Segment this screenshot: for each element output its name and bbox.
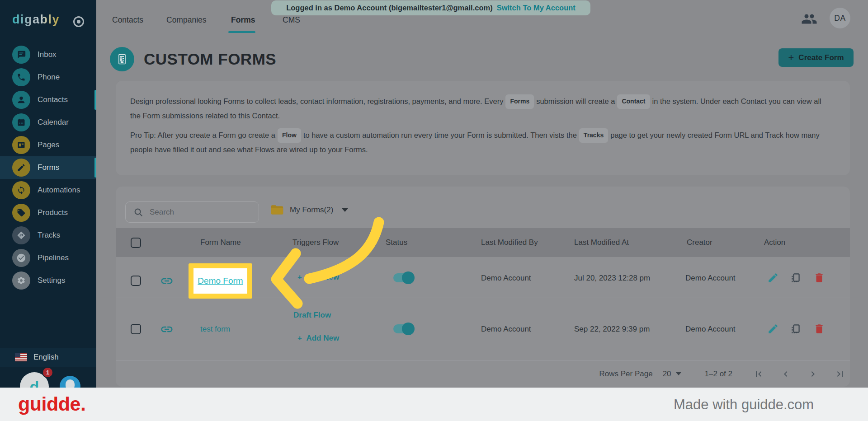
sidebar-item-label: Pages (38, 140, 59, 150)
select-all-checkbox[interactable] (131, 238, 141, 248)
edit-icon[interactable] (767, 323, 779, 335)
plus-icon: + (788, 53, 794, 63)
pencil-icon (12, 159, 30, 177)
previous-page-icon[interactable] (780, 369, 791, 379)
tab-cms[interactable]: CMS (283, 15, 300, 25)
table-header: Form Name Triggers Flow Status Last Modi… (116, 228, 850, 257)
sidebar-item-pages[interactable]: Pages (0, 134, 96, 156)
delete-icon[interactable] (813, 323, 825, 335)
tab-forms[interactable]: Forms (231, 15, 255, 25)
plus-icon: + (297, 273, 306, 281)
flow-chip: Flow (278, 128, 301, 143)
sidebar-item-settings[interactable]: Settings (0, 269, 96, 292)
app-logo: digably (12, 13, 60, 27)
active-tab-underline (228, 31, 255, 33)
chevron-down-icon (342, 208, 348, 212)
sidebar-item-label: Automations (38, 186, 80, 195)
first-page-icon[interactable] (753, 369, 764, 379)
tab-contacts[interactable]: Contacts (112, 15, 143, 25)
banner-text: Logged in as Demo Account (bigemailteste… (286, 4, 492, 12)
rows-per-page-label: Rows Per Page (599, 370, 653, 379)
sidebar-item-automations[interactable]: Automations (0, 179, 96, 201)
language-selector[interactable]: English (0, 348, 96, 367)
col-last-modified-at: Last Modified At (574, 228, 629, 257)
sidebar-nav: Inbox Phone Contacts Calendar (0, 43, 96, 292)
inbox-chat-icon (12, 46, 30, 64)
phone-icon (12, 68, 30, 86)
sidebar-item-forms[interactable]: Forms (0, 156, 96, 179)
person-icon (12, 91, 30, 109)
col-last-modified-by: Last Modified By (481, 228, 538, 257)
duplicate-icon[interactable] (790, 272, 802, 284)
guidde-logo: guidde. (18, 393, 85, 415)
col-status: Status (386, 228, 407, 257)
create-form-button[interactable]: + Create Form (778, 48, 854, 67)
duplicate-icon[interactable] (790, 323, 802, 335)
creator-cell: Demo Account (685, 274, 736, 283)
next-page-icon[interactable] (807, 369, 818, 379)
col-form-name: Form Name (200, 228, 241, 257)
status-toggle[interactable] (393, 271, 415, 284)
last-page-icon[interactable] (835, 369, 845, 379)
tab-companies[interactable]: Companies (166, 15, 207, 25)
status-toggle[interactable] (393, 323, 415, 335)
sidebar-item-label: Forms (38, 163, 59, 172)
people-icon[interactable] (801, 11, 817, 27)
add-new-flow-link[interactable]: + Add New (297, 273, 339, 282)
sidebar: digably Inbox Phone Contacts (0, 0, 96, 388)
flow-name-link[interactable]: Draft Flow (293, 311, 331, 320)
last-modified-by-cell: Demo Account (481, 325, 531, 334)
contact-chip: Contact (617, 94, 650, 109)
table-row: test form Draft Flow + Add New Demo Acco… (116, 299, 850, 360)
folder-icon (270, 205, 284, 215)
link-icon[interactable] (160, 323, 174, 336)
switch-account-link[interactable]: Switch To My Account (497, 4, 576, 12)
add-new-flow-link[interactable]: + Add New (297, 334, 339, 343)
sidebar-item-phone[interactable]: Phone (0, 66, 96, 89)
sidebar-item-label: Calendar (38, 118, 69, 127)
col-triggers-flow: Triggers Flow (292, 228, 339, 257)
sidebar-item-label: Phone (38, 73, 60, 82)
language-label: English (33, 353, 59, 362)
description-paragraph-2: Pro Tip: After you create a Form go crea… (130, 129, 830, 156)
col-action: Action (764, 228, 785, 257)
plus-icon: + (297, 334, 306, 342)
guidde-footer: guidde. Made with guidde.com (0, 388, 868, 421)
sidebar-item-inbox[interactable]: Inbox (0, 43, 96, 66)
sidebar-item-contacts[interactable]: Contacts (0, 89, 96, 111)
creator-cell: Demo Account (685, 325, 736, 334)
folder-selector[interactable]: My Forms(2) (270, 205, 348, 215)
sidebar-item-products[interactable]: Products (0, 201, 96, 224)
search-input[interactable] (150, 208, 249, 217)
app-root: digably Inbox Phone Contacts (0, 0, 868, 421)
sidebar-item-label: Products (38, 208, 68, 217)
edit-icon[interactable] (767, 272, 779, 284)
custom-forms-icon (110, 47, 134, 71)
sidebar-item-label: Tracks (38, 231, 60, 240)
sidebar-item-label: Pipelines (38, 253, 69, 262)
row-checkbox[interactable] (131, 276, 141, 286)
gear-icon (12, 271, 30, 290)
folder-label: My Forms(2) (290, 206, 333, 215)
form-name-link[interactable]: test form (200, 325, 230, 334)
description-card: Design professional looking Forms to col… (116, 81, 850, 175)
user-avatar[interactable]: DA (830, 8, 850, 28)
impersonation-banner: Logged in as Demo Account (bigemailteste… (271, 0, 590, 15)
sidebar-item-pipelines[interactable]: Pipelines (0, 247, 96, 269)
row-checkbox[interactable] (131, 324, 141, 334)
link-icon[interactable] (160, 274, 174, 288)
chevron-down-icon[interactable] (676, 372, 681, 375)
description-paragraph-1: Design professional looking Forms to col… (130, 95, 830, 122)
form-name-link[interactable]: Demo Form (198, 276, 243, 286)
forms-chip: Forms (505, 94, 534, 109)
sidebar-item-calendar[interactable]: Calendar (0, 111, 96, 134)
sidebar-item-tracks[interactable]: Tracks (0, 224, 96, 247)
search-box[interactable] (125, 201, 259, 223)
delete-icon[interactable] (813, 272, 825, 284)
made-with-guidde: Made with guidde.com (674, 397, 814, 413)
sidebar-item-label: Settings (38, 276, 65, 285)
rows-per-page-value[interactable]: 20 (663, 370, 671, 379)
last-modified-at-cell: Jul 20, 2023 12:28 pm (574, 274, 650, 283)
calendar-icon (12, 113, 30, 131)
sidebar-item-label: Inbox (38, 50, 57, 59)
